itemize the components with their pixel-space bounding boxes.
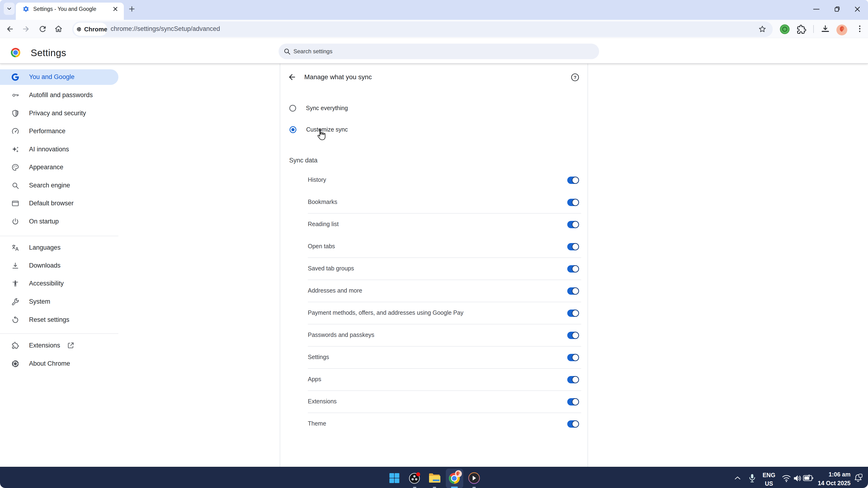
- svg-text:?: ?: [574, 75, 577, 80]
